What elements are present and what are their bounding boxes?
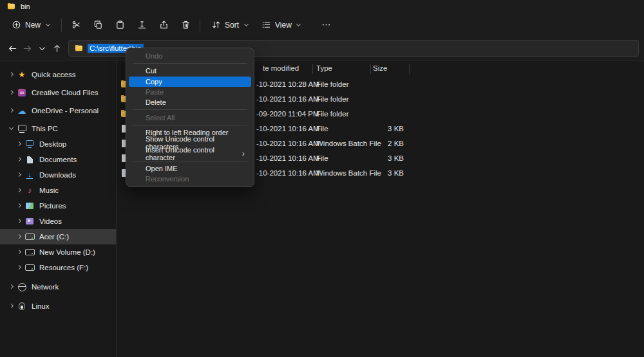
file-row-date: -10-2021 10:28 AM	[256, 80, 319, 88]
view-button[interactable]: View	[255, 15, 308, 35]
paste-button[interactable]	[110, 15, 129, 35]
sidebar-item-onedrive-personal[interactable]: OneDrive - Personal	[0, 103, 116, 118]
menu-item-open-ime[interactable]: Open IME	[129, 163, 251, 174]
column-header-size[interactable]: Size	[373, 64, 387, 72]
music-icon	[24, 185, 35, 196]
chevron-right-icon[interactable]	[8, 89, 14, 96]
sidebar-item-label: Linux	[32, 302, 50, 310]
cut-button[interactable]	[66, 15, 86, 35]
file-row-date: -10-2021 10:16 AM	[256, 154, 319, 162]
menu-separator	[133, 125, 247, 125]
chevron-right-icon[interactable]	[15, 156, 22, 163]
file-row-type: Windows Batch File	[316, 140, 381, 147]
menu-item-label: Select All	[146, 114, 175, 122]
sidebar-item-pictures[interactable]: Pictures	[0, 198, 116, 214]
sidebar-item-new-volume-d[interactable]: New Volume (D:)	[0, 244, 116, 260]
chevron-right-icon[interactable]	[8, 303, 14, 309]
chevron-right-icon[interactable]	[15, 141, 22, 147]
onedrive-icon	[17, 105, 27, 116]
up-button[interactable]	[50, 41, 64, 56]
toolbar-divider	[200, 19, 200, 32]
chevron-down-icon	[296, 22, 302, 28]
sidebar-item-label: Videos	[39, 217, 62, 225]
file-row-date: -10-2021 10:16 AM	[256, 169, 319, 177]
file-row-size: 2 KB	[373, 140, 404, 147]
back-button[interactable]	[5, 41, 20, 56]
sidebar-item-music[interactable]: Music	[0, 183, 116, 198]
file-explorer-window: bin New Sort View C:\src\f	[0, 0, 644, 357]
toolbar-actions	[66, 15, 195, 35]
sidebar-item-acer-c[interactable]: Acer (C:)	[0, 229, 116, 244]
desktop-icon	[24, 139, 35, 149]
chevron-right-icon[interactable]	[8, 107, 14, 114]
column-separator	[409, 64, 410, 74]
new-button[interactable]: New	[5, 15, 57, 35]
share-button[interactable]	[154, 15, 173, 35]
chevron-down-icon	[44, 22, 51, 28]
toolbar-divider	[61, 19, 62, 32]
sidebar-item-label: Documents	[39, 156, 77, 163]
sidebar-item-resources-f[interactable]: Resources (F:)	[0, 260, 116, 275]
sidebar-item-this-pc[interactable]: This PC	[0, 121, 116, 136]
recent-locations-button[interactable]	[35, 41, 50, 56]
drive-icon	[24, 232, 35, 242]
file-row-type: File folder	[316, 95, 349, 103]
column-header-date-modified[interactable]: te modified	[263, 64, 299, 72]
menu-separator	[133, 109, 247, 110]
chevron-right-icon[interactable]	[15, 264, 22, 271]
sidebar-item-label: Downloads	[39, 171, 76, 179]
column-separator	[370, 64, 371, 74]
more-button[interactable]	[317, 15, 336, 35]
sidebar-item-desktop[interactable]: Desktop	[0, 136, 116, 152]
chevron-right-icon[interactable]	[15, 233, 22, 240]
file-row-date: -10-2021 10:16 AM	[256, 95, 319, 103]
file-row-date: -09-2020 11:04 PM	[256, 110, 319, 118]
sidebar-item-label: OneDrive - Personal	[32, 107, 99, 114]
menu-item-copy[interactable]: Copy	[129, 77, 251, 87]
sidebar-item-videos[interactable]: Videos	[0, 214, 116, 229]
chevron-right-icon[interactable]	[15, 203, 22, 209]
context-menu: UndoCutCopyPasteDeleteSelect AllRight to…	[126, 48, 254, 187]
chevron-right-icon[interactable]	[15, 249, 22, 255]
drive-icon	[24, 262, 35, 273]
sort-button[interactable]: Sort	[205, 15, 255, 35]
videos-icon	[24, 216, 35, 226]
chevron-down-icon[interactable]	[8, 125, 14, 132]
chevron-right-icon[interactable]	[15, 218, 22, 224]
menu-item-insert-unicode-control-character[interactable]: Insert Unicode control character›	[129, 148, 251, 158]
copy-button[interactable]	[88, 15, 108, 35]
chevron-right-icon[interactable]	[15, 172, 22, 178]
documents-icon	[24, 154, 35, 165]
column-header-type[interactable]: Type	[316, 64, 332, 72]
add-circle-icon	[11, 20, 21, 30]
sidebar-item-label: Acer (C:)	[39, 233, 69, 241]
up-icon	[52, 43, 62, 53]
sidebar-item-label: Network	[32, 283, 59, 291]
chevron-down-icon	[243, 22, 249, 28]
copy-icon	[93, 20, 103, 30]
sidebar-item-label: New Volume (D:)	[39, 248, 95, 256]
creative-cloud-icon	[17, 87, 27, 98]
menu-item-delete[interactable]: Delete	[129, 97, 251, 107]
submenu-arrow-icon: ›	[242, 149, 245, 158]
menu-item-label: Copy	[146, 78, 162, 86]
menu-item-cut[interactable]: Cut	[129, 66, 251, 76]
paste-icon	[115, 20, 125, 30]
sidebar-item-creative-cloud-files[interactable]: Creative Cloud Files	[0, 85, 116, 100]
sidebar-item-network[interactable]: Network	[0, 279, 116, 295]
sidebar-item-linux[interactable]: Linux	[0, 298, 116, 314]
sidebar-item-label: Pictures	[39, 202, 66, 210]
sidebar-item-quick-access[interactable]: Quick access	[0, 67, 116, 82]
sidebar-item-documents[interactable]: Documents	[0, 152, 116, 167]
this-pc-icon	[17, 124, 27, 134]
rename-icon	[137, 20, 147, 30]
rename-button[interactable]	[132, 15, 151, 35]
sidebar-item-label: Music	[39, 187, 59, 194]
cut-icon	[71, 20, 81, 30]
chevron-right-icon[interactable]	[8, 284, 14, 290]
sidebar-item-downloads[interactable]: Downloads	[0, 167, 116, 183]
share-icon	[158, 20, 169, 30]
delete-button[interactable]	[176, 15, 195, 35]
chevron-right-icon[interactable]	[8, 71, 14, 78]
chevron-right-icon[interactable]	[15, 187, 22, 194]
